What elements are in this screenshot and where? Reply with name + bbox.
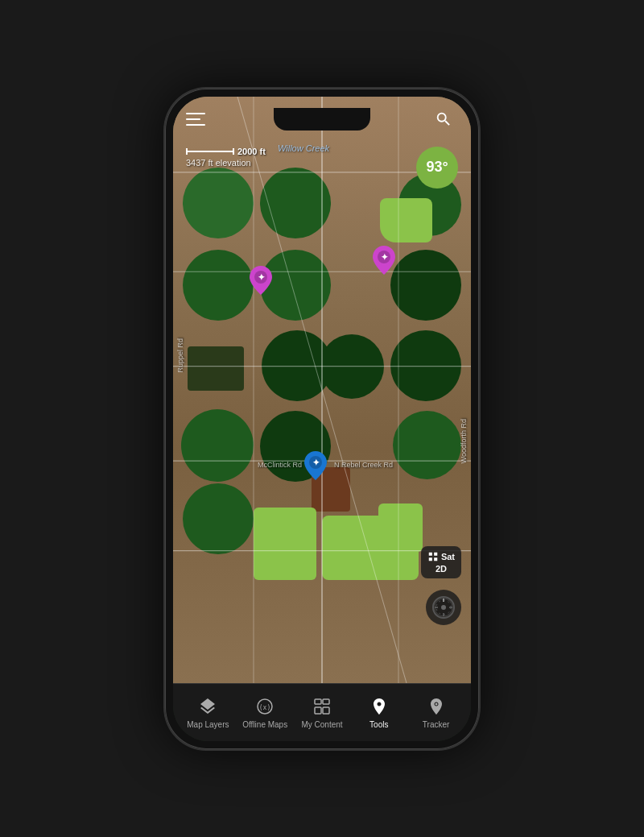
pin-blue-icon: ✦	[304, 451, 327, 480]
field-12	[183, 483, 254, 554]
lime-area-top	[380, 198, 432, 242]
tracker-label: Tracker	[423, 720, 450, 729]
field-9	[181, 409, 254, 482]
compass-button[interactable]	[426, 590, 461, 625]
svg-text:✦: ✦	[312, 458, 320, 467]
field-8	[390, 330, 461, 401]
hamburger-line-2	[186, 118, 200, 120]
pin-magenta-2[interactable]: ✦	[373, 246, 395, 278]
hamburger-button[interactable]	[186, 105, 215, 134]
scale-indicator: 2000 ft 3437 ft elevation	[186, 147, 266, 168]
compass-icon	[432, 596, 455, 619]
nav-tracker[interactable]: Tracker	[407, 690, 464, 735]
svg-point-17	[441, 605, 446, 610]
pin-magenta-1[interactable]: ✦	[250, 266, 272, 298]
search-icon	[435, 110, 452, 128]
temperature-value: 93°	[426, 159, 448, 176]
bottom-navigation: Map Layers (x) Offline Maps	[173, 683, 471, 741]
my-content-label: My Content	[301, 720, 342, 729]
field-11	[393, 411, 461, 479]
phone-screen: Willow Creek Woodforth Rd N Rebel Creek …	[173, 97, 471, 741]
notch	[274, 108, 370, 131]
field-rect-1	[188, 346, 244, 391]
pin-magenta-2-icon: ✦	[373, 246, 395, 275]
scale-bar: 2000 ft	[186, 147, 266, 156]
svg-point-29	[435, 702, 437, 705]
sat-grid-icon	[427, 551, 439, 562]
temperature-badge[interactable]: 93°	[416, 147, 458, 189]
field-6	[390, 250, 461, 321]
svg-rect-26	[323, 699, 329, 704]
svg-rect-25	[315, 699, 321, 704]
pin-magenta-1-icon: ✦	[250, 266, 272, 295]
nav-offline-maps[interactable]: (x) Offline Maps	[237, 690, 294, 735]
nav-tools[interactable]: Tools	[350, 690, 407, 735]
sat-label-bottom: 2D	[427, 564, 455, 574]
nav-my-content[interactable]: My Content	[294, 690, 351, 735]
nav-map-layers[interactable]: Map Layers	[180, 690, 237, 735]
my-content-icon	[312, 696, 332, 717]
field-1	[183, 168, 254, 238]
field-4	[183, 250, 254, 321]
svg-rect-27	[315, 707, 321, 714]
sat-label-top: Sat	[427, 551, 455, 562]
svg-text:(x): (x)	[259, 704, 270, 711]
pin-blue[interactable]: ✦	[304, 451, 327, 483]
svg-text:✦: ✦	[258, 272, 265, 282]
hamburger-line-1	[186, 113, 205, 114]
offline-maps-icon: (x)	[254, 696, 275, 717]
tools-label: Tools	[369, 720, 388, 729]
svg-text:✦: ✦	[381, 252, 388, 262]
phone-frame: Willow Creek Woodforth Rd N Rebel Creek …	[165, 89, 479, 749]
search-button[interactable]	[429, 105, 458, 134]
scale-text: 2000 ft	[237, 147, 266, 156]
map-layers-icon	[197, 696, 218, 717]
lime-bottom-3	[378, 503, 423, 552]
sat-2d-button[interactable]: Sat 2D	[421, 546, 461, 578]
map-layers-label: Map Layers	[187, 720, 229, 729]
field-2	[260, 168, 331, 238]
map-container[interactable]: Willow Creek Woodforth Rd N Rebel Creek …	[173, 97, 471, 683]
svg-rect-28	[323, 707, 329, 714]
tracker-icon	[426, 696, 447, 717]
tools-icon	[369, 696, 390, 717]
scale-line	[186, 151, 234, 152]
elevation-text: 3437 ft elevation	[186, 158, 266, 168]
hamburger-line-3	[186, 124, 205, 126]
offline-maps-label: Offline Maps	[242, 720, 287, 729]
lime-bottom-1	[254, 508, 316, 580]
field-8b	[320, 334, 384, 399]
